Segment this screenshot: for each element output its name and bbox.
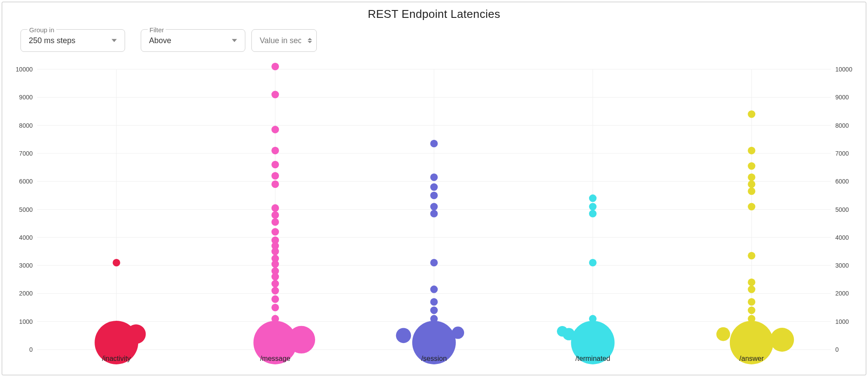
bubble[interactable] bbox=[271, 228, 279, 235]
bubble[interactable] bbox=[589, 210, 597, 217]
bubble[interactable] bbox=[271, 295, 279, 303]
bubble[interactable] bbox=[271, 267, 279, 275]
bubble[interactable] bbox=[270, 326, 280, 336]
category-label: /message bbox=[260, 355, 290, 362]
svg-text:5000: 5000 bbox=[19, 206, 33, 213]
svg-text:5000: 5000 bbox=[835, 206, 849, 213]
svg-text:1000: 1000 bbox=[19, 318, 33, 325]
bubble[interactable] bbox=[557, 326, 567, 336]
bubble[interactable] bbox=[129, 329, 143, 343]
bubble[interactable] bbox=[271, 91, 279, 98]
bubble[interactable] bbox=[271, 63, 279, 70]
svg-text:2000: 2000 bbox=[19, 290, 33, 297]
svg-text:4000: 4000 bbox=[835, 234, 849, 241]
bubble[interactable] bbox=[452, 326, 464, 339]
bubble[interactable] bbox=[430, 183, 437, 190]
svg-text:6000: 6000 bbox=[19, 178, 33, 185]
bubble[interactable] bbox=[430, 285, 437, 293]
bubble[interactable] bbox=[748, 110, 755, 118]
bubble[interactable] bbox=[113, 259, 120, 266]
svg-text:1000: 1000 bbox=[835, 318, 849, 325]
filter-value-placeholder: Value in seconds bbox=[260, 36, 301, 45]
bubble[interactable] bbox=[589, 203, 597, 210]
svg-text:0: 0 bbox=[835, 346, 839, 353]
stepper-icon bbox=[308, 38, 312, 43]
chart-title: REST Endpoint Latencies bbox=[11, 7, 857, 21]
category-label: /inactivity bbox=[102, 355, 131, 362]
category-label: /answer bbox=[739, 355, 764, 362]
bubble[interactable] bbox=[748, 298, 755, 306]
chevron-down-icon bbox=[232, 39, 237, 42]
svg-text:4000: 4000 bbox=[19, 234, 33, 241]
svg-text:8000: 8000 bbox=[19, 122, 33, 129]
svg-text:0: 0 bbox=[29, 346, 33, 353]
svg-text:7000: 7000 bbox=[835, 150, 849, 157]
svg-text:6000: 6000 bbox=[835, 178, 849, 185]
svg-text:9000: 9000 bbox=[835, 94, 849, 101]
bubble[interactable] bbox=[271, 161, 279, 168]
bubble[interactable] bbox=[271, 204, 279, 212]
bubble[interactable] bbox=[748, 162, 755, 170]
filter-value: Above bbox=[149, 36, 171, 45]
bubble-chart: 0010001000200020003000300040004000500050… bbox=[11, 61, 857, 367]
bubble[interactable] bbox=[430, 259, 437, 266]
bubble[interactable] bbox=[396, 328, 411, 343]
group-in-control: Group in 250 ms steps bbox=[20, 22, 125, 52]
bubble[interactable] bbox=[589, 259, 597, 266]
bubble[interactable] bbox=[271, 172, 279, 180]
bubble[interactable] bbox=[430, 315, 437, 323]
chart-area: 0010001000200020003000300040004000500050… bbox=[11, 61, 857, 367]
chevron-down-icon bbox=[112, 39, 117, 42]
filter-control: Filter Above Value in seconds bbox=[141, 22, 317, 52]
group-in-label: Group in bbox=[27, 26, 56, 34]
bubble[interactable] bbox=[271, 180, 279, 188]
bubble[interactable] bbox=[430, 173, 437, 181]
bubble[interactable] bbox=[430, 192, 437, 199]
filter-label: Filter bbox=[148, 26, 166, 34]
bubble[interactable] bbox=[271, 280, 279, 287]
bubble[interactable] bbox=[748, 147, 755, 154]
category-label: /terminated bbox=[575, 355, 610, 362]
bubble[interactable] bbox=[430, 140, 437, 147]
svg-text:10000: 10000 bbox=[16, 66, 33, 73]
bubble[interactable] bbox=[271, 147, 279, 154]
bubble[interactable] bbox=[271, 287, 279, 294]
bubble[interactable] bbox=[271, 211, 279, 219]
bubble[interactable] bbox=[716, 327, 730, 341]
bubble[interactable] bbox=[271, 304, 279, 311]
bubble[interactable] bbox=[748, 306, 755, 314]
bubble[interactable] bbox=[271, 126, 279, 133]
bubble[interactable] bbox=[748, 203, 755, 210]
bubble[interactable] bbox=[748, 252, 755, 259]
bubble[interactable] bbox=[271, 237, 279, 244]
svg-text:8000: 8000 bbox=[835, 122, 849, 129]
svg-text:2000: 2000 bbox=[835, 290, 849, 297]
category-label: /session bbox=[421, 355, 447, 362]
svg-text:10000: 10000 bbox=[835, 66, 852, 73]
filter-value-input[interactable]: Value in seconds bbox=[251, 29, 317, 52]
chart-panel: REST Endpoint Latencies Group in 250 ms … bbox=[2, 2, 866, 375]
group-in-value: 250 ms steps bbox=[29, 36, 75, 45]
bubble[interactable] bbox=[748, 187, 755, 195]
bubble[interactable] bbox=[589, 315, 597, 323]
bubble[interactable] bbox=[271, 218, 279, 226]
bubble[interactable] bbox=[430, 298, 437, 306]
svg-text:3000: 3000 bbox=[19, 262, 33, 269]
bubble[interactable] bbox=[271, 315, 279, 323]
bubble[interactable] bbox=[748, 279, 755, 286]
bubble[interactable] bbox=[748, 315, 755, 323]
bubble[interactable] bbox=[589, 194, 597, 202]
bubble[interactable] bbox=[770, 328, 794, 352]
bubble[interactable] bbox=[748, 180, 755, 188]
bubble[interactable] bbox=[271, 255, 279, 262]
controls-row: Group in 250 ms steps Filter Above Value… bbox=[20, 22, 857, 52]
bubble[interactable] bbox=[430, 203, 437, 210]
bubble[interactable] bbox=[748, 173, 755, 181]
svg-text:3000: 3000 bbox=[835, 262, 849, 269]
svg-text:7000: 7000 bbox=[19, 150, 33, 157]
bubble[interactable] bbox=[430, 210, 437, 217]
bubble[interactable] bbox=[748, 285, 755, 293]
bubble[interactable] bbox=[430, 306, 437, 314]
bubble[interactable] bbox=[288, 326, 315, 353]
svg-text:9000: 9000 bbox=[19, 94, 33, 101]
